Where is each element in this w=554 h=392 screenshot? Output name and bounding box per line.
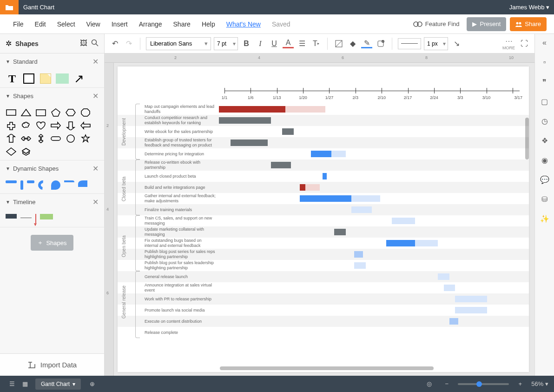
underline-icon[interactable]: U	[269, 38, 280, 49]
line-color-icon[interactable]: ✎	[361, 39, 372, 48]
menu-select[interactable]: Select	[52, 20, 81, 28]
comment-icon[interactable]: 💬	[540, 174, 550, 185]
box-shape[interactable]	[22, 73, 35, 84]
shape-item[interactable]	[6, 147, 17, 156]
italic-icon[interactable]: I	[255, 38, 266, 49]
import-data-button[interactable]: Import Data	[0, 353, 104, 376]
shape-item[interactable]	[65, 108, 76, 117]
shape-item[interactable]	[35, 134, 46, 143]
add-shapes-button[interactable]: ＋ Shapes	[31, 235, 73, 251]
timeline-bar[interactable]	[40, 214, 53, 219]
user-menu[interactable]: James Webb ▾	[509, 4, 554, 11]
gantt-row[interactable]: Determine pricing for integration	[118, 148, 529, 159]
close-icon[interactable]: ✕	[92, 92, 99, 100]
note-shape[interactable]	[39, 73, 52, 84]
document-title[interactable]: Gantt Chart	[19, 4, 54, 11]
history-icon[interactable]: ◷	[540, 116, 550, 126]
drop-icon[interactable]: ◉	[540, 155, 550, 165]
dyn-bar[interactable]	[6, 180, 17, 183]
timeline-block[interactable]	[6, 214, 17, 219]
gantt-row[interactable]: Publish blog post for sales leadership h…	[118, 260, 529, 271]
close-icon[interactable]: ✕	[92, 164, 99, 173]
line-style-select[interactable]	[398, 38, 421, 49]
align-icon[interactable]: ☰	[297, 38, 308, 49]
page-icon[interactable]: ▫	[540, 57, 550, 67]
shape-item[interactable]	[80, 121, 91, 130]
feature-find[interactable]: Feature Find	[409, 20, 463, 27]
gear-icon[interactable]: ✲	[6, 39, 12, 48]
shape-item[interactable]	[20, 108, 32, 117]
line-arrow-icon[interactable]: ↘	[451, 38, 462, 49]
gantt-row[interactable]: Map out campagin elements and lead hando…	[118, 104, 529, 115]
dyn-arc4[interactable]	[78, 180, 87, 187]
dyn-col[interactable]	[20, 180, 23, 190]
timeline-line[interactable]	[20, 218, 32, 218]
image-icon[interactable]: 🖼	[80, 39, 87, 48]
undo-icon[interactable]: ↶	[109, 38, 120, 49]
gantt-row[interactable]: Finalize training materials	[118, 204, 529, 215]
fullscreen-icon[interactable]: ⛶	[519, 38, 530, 49]
menu-file[interactable]: File	[7, 20, 29, 28]
present-button[interactable]: ▶ Present	[467, 17, 506, 31]
data-icon[interactable]: ⛁	[540, 194, 550, 204]
bold-icon[interactable]: B	[241, 38, 252, 49]
gantt-row[interactable]: Build and write integrations page	[118, 182, 529, 193]
zoom-level[interactable]: 56% ▾	[531, 380, 548, 387]
line-width-select[interactable]: 1 px	[424, 37, 448, 50]
shape-item[interactable]	[35, 121, 46, 130]
layers-icon[interactable]: ❖	[540, 135, 550, 146]
menu-arrange[interactable]: Arrange	[133, 20, 168, 28]
shape-item[interactable]	[50, 108, 61, 117]
fill-icon[interactable]: ◆	[347, 38, 358, 49]
menu-edit[interactable]: Edit	[29, 20, 52, 28]
gantt-row[interactable]: Release co-written ebook with partnershi…	[118, 159, 529, 171]
zoom-slider[interactable]	[458, 383, 509, 385]
shape-item[interactable]	[80, 134, 91, 143]
redo-icon[interactable]: ↷	[123, 38, 134, 49]
shape-item[interactable]	[50, 121, 61, 130]
gantt-row[interactable]: Work with PR to release partnership	[118, 293, 529, 305]
menu-share[interactable]: Share	[168, 20, 196, 28]
gantt-row[interactable]: Establish group of trusted testers for f…	[118, 137, 529, 148]
menu-help[interactable]: Help	[196, 20, 221, 28]
gantt-row[interactable]: Release complete	[118, 327, 529, 338]
fill-none-icon[interactable]	[333, 38, 344, 49]
text-options-icon[interactable]: T▸	[310, 38, 322, 49]
magic-icon[interactable]: ✨	[540, 213, 550, 224]
shape-item[interactable]	[65, 121, 76, 130]
gantt-row[interactable]: Write ebook for the sales partnership	[118, 126, 529, 137]
vscroll[interactable]	[525, 118, 529, 159]
dyn-arc[interactable]	[36, 179, 49, 192]
shape-item[interactable]	[65, 134, 76, 143]
list-view-icon[interactable]: ☰	[6, 378, 19, 391]
dyn-arc3[interactable]	[64, 180, 74, 182]
shape-item[interactable]	[80, 108, 91, 117]
block-shape[interactable]	[56, 73, 69, 84]
present-icon[interactable]: ▢	[540, 96, 550, 106]
gantt-row[interactable]: Announce integration at sales virtual ev…	[118, 282, 529, 293]
gantt-row[interactable]: Gather internal and external feedback; m…	[118, 193, 529, 204]
text-shape[interactable]: T	[6, 73, 19, 84]
gantt-row[interactable]: Launch closed product beta	[118, 171, 529, 182]
collapse-icon[interactable]: «	[540, 38, 550, 48]
gantt-row[interactable]: General release launch	[118, 271, 529, 282]
gantt-row[interactable]: Fix outstanding bugs based on internal a…	[118, 238, 529, 249]
shape-item[interactable]	[6, 108, 17, 117]
close-icon[interactable]: ✕	[92, 57, 99, 66]
gantt-row[interactable]: Publish blog post series for sales reps …	[118, 249, 529, 260]
more-button[interactable]: ⋯ MORE	[502, 37, 515, 50]
menu-insert[interactable]: Insert	[106, 20, 133, 28]
dyn-arc2[interactable]	[51, 180, 60, 190]
menu-view[interactable]: View	[81, 20, 106, 28]
grid-view-icon[interactable]: ▦	[19, 378, 32, 391]
shape-item[interactable]	[6, 121, 17, 130]
zoom-out-icon[interactable]: −	[440, 378, 453, 391]
gantt-row[interactable]: Update marketing collateral with messagi…	[118, 226, 529, 238]
menu-whats-new[interactable]: What's New	[221, 20, 266, 28]
shape-opts-icon[interactable]: ✓	[375, 38, 386, 49]
gantt-row[interactable]: Train CS, sales, and support on new mess…	[118, 215, 529, 226]
font-select[interactable]: Liberation Sans	[146, 37, 211, 50]
gantt-row[interactable]: Conduct competitior research and establi…	[118, 115, 529, 126]
shape-item[interactable]	[20, 147, 32, 156]
shape-item[interactable]	[20, 121, 32, 130]
